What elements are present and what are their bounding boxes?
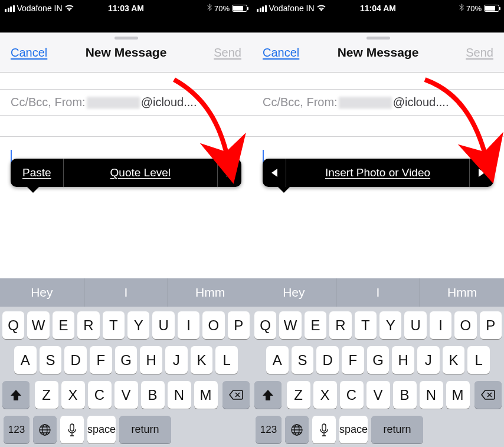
delete-key[interactable]	[474, 381, 502, 409]
key-p[interactable]: P	[480, 311, 502, 339]
key-f[interactable]: F	[342, 346, 364, 374]
key-k[interactable]: K	[191, 346, 213, 374]
battery-pct: 70%	[214, 4, 230, 13]
key-l[interactable]: L	[215, 346, 238, 374]
insert-photo-video-menu-item[interactable]: Insert Photo or Video	[286, 159, 470, 187]
paste-menu-item[interactable]: Paste	[11, 159, 64, 187]
suggestion-3[interactable]: Hmm	[168, 278, 252, 307]
key-d[interactable]: D	[316, 346, 339, 374]
key-n[interactable]: N	[168, 381, 191, 409]
key-s[interactable]: S	[292, 346, 314, 374]
battery-pct: 70%	[466, 4, 482, 13]
quote-level-menu-item[interactable]: Quote Level	[64, 159, 218, 187]
key-j[interactable]: J	[165, 346, 188, 374]
to-field[interactable]	[252, 73, 504, 90]
send-button[interactable]: Send	[214, 46, 241, 60]
key-x[interactable]: X	[313, 381, 337, 409]
key-r[interactable]: R	[329, 311, 351, 339]
globe-key[interactable]	[33, 416, 57, 443]
key-s[interactable]: S	[40, 346, 62, 374]
key-y[interactable]: Y	[127, 311, 149, 339]
redacted-email	[339, 97, 392, 109]
key-v[interactable]: V	[366, 381, 390, 409]
key-w[interactable]: W	[279, 311, 301, 339]
key-y[interactable]: Y	[379, 311, 401, 339]
shift-key[interactable]	[2, 381, 30, 409]
suggestion-1[interactable]: Hey	[0, 278, 84, 307]
space-key[interactable]: space	[87, 416, 116, 443]
key-r[interactable]: R	[77, 311, 99, 339]
key-q[interactable]: Q	[254, 311, 276, 339]
suggestion-3[interactable]: Hmm	[420, 278, 504, 307]
key-g[interactable]: G	[115, 346, 138, 374]
key-b[interactable]: B	[393, 381, 417, 409]
delete-key[interactable]	[222, 381, 250, 409]
redacted-email	[87, 97, 140, 109]
key-i[interactable]: I	[178, 311, 199, 339]
bluetooth-icon	[207, 4, 212, 13]
key-t[interactable]: T	[103, 311, 125, 339]
key-f[interactable]: F	[90, 346, 112, 374]
numbers-key[interactable]: 123	[4, 416, 30, 443]
subject-field[interactable]	[0, 116, 252, 137]
key-n[interactable]: N	[420, 381, 443, 409]
key-m[interactable]: M	[194, 381, 218, 409]
return-key[interactable]: return	[371, 416, 423, 443]
menu-next-arrow[interactable]	[218, 159, 241, 187]
key-h[interactable]: H	[140, 346, 162, 374]
key-i[interactable]: I	[430, 311, 451, 339]
key-j[interactable]: J	[417, 346, 440, 374]
cc-bcc-from-field[interactable]: Cc/Bcc, From: @icloud....	[0, 90, 252, 116]
key-x[interactable]: X	[61, 381, 85, 409]
menu-next-arrow[interactable]	[470, 159, 493, 187]
numbers-key[interactable]: 123	[256, 416, 282, 443]
subject-field[interactable]	[252, 116, 504, 137]
send-button[interactable]: Send	[466, 46, 493, 60]
mic-icon	[68, 423, 76, 436]
key-u[interactable]: U	[404, 311, 426, 339]
key-z[interactable]: Z	[287, 381, 310, 409]
suggestion-1[interactable]: Hey	[252, 278, 336, 307]
key-a[interactable]: A	[266, 346, 289, 374]
key-o[interactable]: O	[454, 311, 476, 339]
dictation-key[interactable]	[60, 416, 84, 443]
cancel-button[interactable]: Cancel	[11, 46, 47, 60]
key-u[interactable]: U	[152, 311, 174, 339]
shift-key[interactable]	[254, 381, 282, 409]
globe-icon	[290, 423, 303, 436]
key-e[interactable]: E	[305, 311, 326, 339]
menu-prev-arrow[interactable]	[263, 159, 286, 187]
key-m[interactable]: M	[446, 381, 470, 409]
return-key[interactable]: return	[119, 416, 171, 443]
key-h[interactable]: H	[392, 346, 414, 374]
suggestion-2[interactable]: I	[336, 278, 421, 307]
cc-bcc-from-field[interactable]: Cc/Bcc, From: @icloud....	[252, 90, 504, 116]
key-b[interactable]: B	[141, 381, 165, 409]
to-field[interactable]	[0, 73, 252, 90]
key-d[interactable]: D	[64, 346, 87, 374]
key-g[interactable]: G	[367, 346, 390, 374]
key-a[interactable]: A	[14, 346, 37, 374]
key-p[interactable]: P	[228, 311, 250, 339]
dictation-key[interactable]	[312, 416, 336, 443]
keyboard-row-3: ZXCVBNM	[254, 381, 502, 409]
key-q[interactable]: Q	[2, 311, 24, 339]
svg-rect-5	[322, 424, 326, 431]
key-e[interactable]: E	[53, 311, 74, 339]
key-k[interactable]: K	[443, 346, 465, 374]
key-t[interactable]: T	[355, 311, 377, 339]
key-z[interactable]: Z	[35, 381, 58, 409]
suggestion-2[interactable]: I	[84, 278, 169, 307]
key-c[interactable]: C	[88, 381, 112, 409]
key-w[interactable]: W	[27, 311, 49, 339]
keyboard-row-1: QWERTYUIOP	[2, 311, 250, 339]
cancel-button[interactable]: Cancel	[263, 46, 299, 60]
key-c[interactable]: C	[340, 381, 364, 409]
space-key[interactable]: space	[339, 416, 368, 443]
key-v[interactable]: V	[114, 381, 138, 409]
keyboard-row-bottom: 123 space return	[2, 416, 250, 443]
key-o[interactable]: O	[202, 311, 224, 339]
battery-icon	[484, 5, 499, 12]
key-l[interactable]: L	[467, 346, 490, 374]
globe-key[interactable]	[285, 416, 309, 443]
